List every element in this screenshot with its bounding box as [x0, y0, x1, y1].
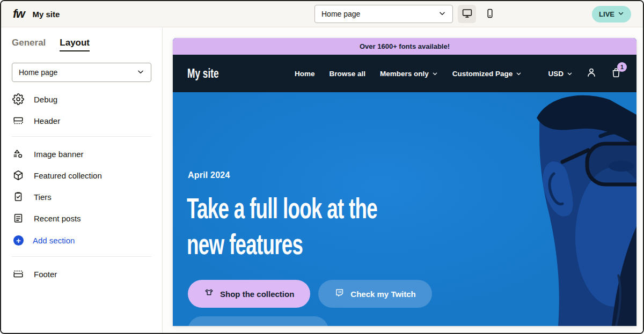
fw-logo: fw [13, 7, 24, 21]
site-brand[interactable]: My site [187, 66, 211, 81]
topbar-center: Home page [314, 5, 499, 23]
cube-icon [12, 169, 25, 182]
nav-links: Home Browse all Members only Customized … [295, 70, 522, 78]
sidebar: General Layout Home page Debug [1, 27, 163, 333]
shop-collection-label: Shop the collection [220, 290, 294, 299]
sidebar-page-selector-value: Home page [19, 68, 57, 77]
check-twitch-label: Check my Twitch [350, 290, 415, 299]
sidebar-item-recent-posts[interactable]: Recent posts [12, 207, 151, 229]
app-window: fw My site Home page LIVE [0, 0, 644, 334]
live-button-label: LIVE [599, 10, 614, 18]
sidebar-item-label: Image banner [34, 150, 84, 159]
announcement-text: Over 1600+ fonts available! [360, 42, 450, 50]
nav-link-label: Browse all [330, 70, 366, 78]
hero-person-photo [507, 92, 636, 326]
document-icon [12, 212, 25, 225]
nav-link-label: Home [295, 70, 315, 78]
sidebar-item-label: Footer [34, 270, 57, 279]
sidebar-item-footer[interactable]: Footer [12, 263, 151, 285]
hero-eyebrow: April 2024 [188, 170, 230, 180]
header-icon [12, 114, 25, 127]
hero-heading-line2: new features [187, 226, 377, 262]
nav-link-customized-page[interactable]: Customized Page [452, 70, 522, 78]
nav-right: USD 1 [548, 66, 622, 80]
currency-label: USD [548, 70, 564, 78]
phone-icon [485, 8, 495, 20]
sidebar-item-label: Tiers [34, 192, 52, 202]
add-section-label: Add section [33, 236, 75, 245]
cart-button[interactable]: 1 [610, 66, 622, 80]
chevron-down-icon [618, 10, 624, 18]
sidebar-item-header[interactable]: Header [12, 110, 151, 131]
person-icon [586, 71, 597, 80]
chevron-down-icon [516, 71, 522, 77]
nav-link-home[interactable]: Home [295, 70, 315, 78]
announcement-bar[interactable]: Over 1600+ fonts available! [173, 38, 636, 55]
image-banner-icon [12, 147, 25, 160]
site-preview-frame[interactable]: Over 1600+ fonts available! My site Home… [173, 38, 636, 326]
cart-badge: 1 [617, 62, 627, 72]
hero-partial-button[interactable] [188, 316, 328, 326]
chevron-down-icon [567, 71, 573, 77]
sidebar-item-label: Recent posts [34, 214, 81, 223]
check-twitch-button[interactable]: Check my Twitch [318, 280, 431, 308]
nav-link-browse-all[interactable]: Browse all [330, 70, 366, 78]
gear-icon [12, 93, 25, 106]
shop-collection-button[interactable]: Shop the collection [188, 280, 310, 308]
tshirt-icon [204, 288, 214, 300]
footer-icon [12, 268, 25, 280]
sidebar-divider [12, 136, 151, 137]
sidebar-page-selector[interactable]: Home page [12, 63, 151, 82]
hero-section: April 2024 Take a full look at the new f… [173, 92, 636, 326]
tab-layout[interactable]: Layout [60, 38, 90, 51]
hero-heading-line1: Take a full look at the [187, 190, 377, 226]
page-selector-dropdown[interactable]: Home page [314, 5, 453, 23]
sidebar-item-debug[interactable]: Debug [12, 88, 151, 110]
hero-heading: Take a full look at the new features [187, 190, 377, 262]
page-selector-value: Home page [321, 10, 360, 18]
workspace: Over 1600+ fonts available! My site Home… [163, 27, 643, 333]
nav-link-label: Members only [380, 70, 429, 78]
tab-general[interactable]: General [12, 38, 46, 51]
nav-link-label: Customized Page [452, 70, 513, 78]
topbar: fw My site Home page LIVE [1, 1, 643, 27]
clipboard-check-icon [12, 190, 25, 203]
currency-selector[interactable]: USD [548, 70, 573, 78]
site-navbar: My site Home Browse all Members only [173, 55, 636, 92]
sidebar-item-label: Header [34, 116, 60, 125]
live-button[interactable]: LIVE [592, 6, 631, 23]
chevron-down-icon [438, 10, 446, 19]
shopping-bag-icon [610, 71, 622, 80]
sidebar-item-label: Featured collection [34, 171, 102, 180]
sidebar-tabs: General Layout [12, 38, 151, 51]
sidebar-item-label: Debug [34, 95, 57, 104]
sidebar-item-featured-collection[interactable]: Featured collection [12, 165, 151, 186]
hero-buttons: Shop the collection Check my Twitch [188, 280, 432, 308]
sidebar-item-tiers[interactable]: Tiers [12, 186, 151, 207]
plus-icon: + [13, 235, 24, 246]
chevron-down-icon [137, 68, 144, 77]
monitor-icon [462, 8, 473, 20]
mobile-view-button[interactable] [481, 5, 499, 23]
sidebar-divider [12, 256, 151, 257]
account-button[interactable] [586, 66, 597, 80]
chevron-down-icon [432, 71, 438, 77]
twitch-icon [334, 288, 345, 300]
nav-link-members-only[interactable]: Members only [380, 70, 438, 78]
sidebar-item-image-banner[interactable]: Image banner [12, 143, 151, 165]
desktop-view-button[interactable] [458, 5, 476, 23]
add-section-button[interactable]: + Add section [12, 229, 151, 251]
site-title: My site [32, 10, 60, 19]
